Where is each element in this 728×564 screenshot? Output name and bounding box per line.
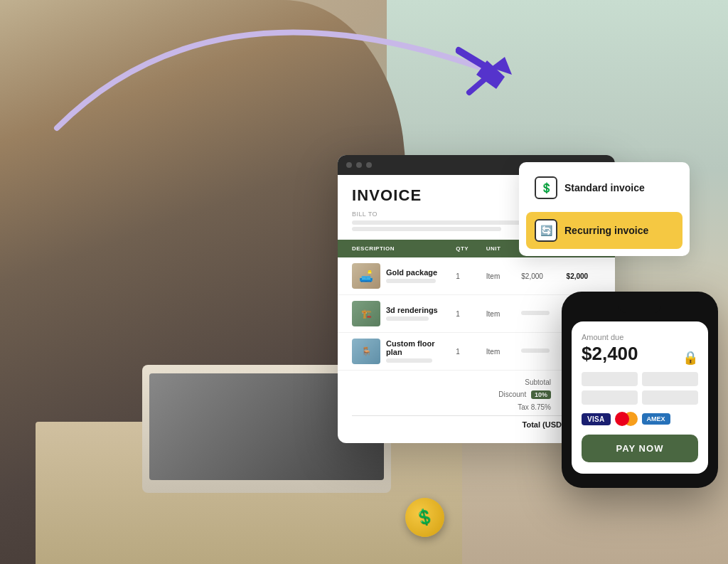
mc-circle-red <box>615 412 629 426</box>
row-desc-gold: 🛋️ Gold package <box>352 263 450 289</box>
row-unit-floor: Item <box>486 348 515 356</box>
invoice-type-selector: 💲 Standard invoice 🔄 Recurring invoice <box>519 162 690 256</box>
discount-badge: 10% <box>531 390 551 399</box>
amount-value: $2,400 <box>582 343 638 365</box>
row-qty-3d: 1 <box>456 310 481 318</box>
row-qty-gold: 1 <box>456 272 481 280</box>
row-unitcost-3d <box>521 311 560 317</box>
card-input-fields <box>582 372 698 405</box>
standard-invoice-icon: 💲 <box>535 176 557 199</box>
row-unitcost-gold: $2,000 <box>521 272 560 280</box>
window-dot-2 <box>356 162 362 168</box>
row-unitcost-floor <box>521 348 560 355</box>
row-qty-floor: 1 <box>456 348 481 356</box>
row-desc-text-3d: 3d renderings <box>386 306 438 314</box>
amount-label: Amount due <box>582 333 698 341</box>
subtotal-label: Subtotal <box>494 378 551 386</box>
card-field-3[interactable] <box>582 390 638 405</box>
bill-to-line-2 <box>352 227 501 231</box>
row-desc-text-gold: Gold package <box>386 268 437 277</box>
card-field-1[interactable] <box>582 372 638 386</box>
row-desc-3d: 🏗️ 3d renderings <box>352 301 450 326</box>
phone-content: Amount due $2,400 🔒 VISA AMEX PAY NOW <box>572 321 708 474</box>
standard-invoice-option[interactable]: 💲 Standard invoice <box>526 169 682 206</box>
payment-methods: VISA AMEX <box>582 412 698 426</box>
th-qty: QTY <box>456 245 481 252</box>
window-dot-3 <box>366 162 372 168</box>
row-desc-floor: 🪑 Custom floor plan <box>352 339 450 364</box>
phone-notch <box>619 303 661 313</box>
pay-now-button[interactable]: PAY NOW <box>582 435 698 462</box>
recurring-invoice-label: Recurring invoice <box>564 225 648 236</box>
discount-label: Discount 10% <box>494 390 551 399</box>
recurring-invoice-icon: 🔄 <box>535 219 557 242</box>
th-unit: UNIT <box>486 245 515 252</box>
row-unit-gold: Item <box>486 272 515 280</box>
visa-badge: VISA <box>582 413 611 425</box>
card-field-4[interactable] <box>642 390 698 405</box>
mastercard-badge <box>615 412 638 426</box>
tax-label: Tax 8.75% <box>494 403 551 411</box>
table-row: 🛋️ Gold package 1 Item $2,000 $2,000 <box>338 257 615 295</box>
card-field-2[interactable] <box>642 372 698 386</box>
coin-symbol: 💲 <box>413 506 437 528</box>
row-price-gold: $2,000 <box>567 272 601 280</box>
recurring-invoice-option[interactable]: 🔄 Recurring invoice <box>526 212 682 249</box>
row-unit-3d: Item <box>486 310 515 318</box>
amex-badge: AMEX <box>642 413 670 425</box>
total-label: Total (USD) <box>523 420 564 429</box>
phone-mockup: Amount due $2,400 🔒 VISA AMEX PAY NOW <box>562 292 718 488</box>
thumb-3d-renderings: 🏗️ <box>352 301 380 326</box>
standard-invoice-label: Standard invoice <box>564 182 645 193</box>
th-description: DESCRIPTION <box>352 245 450 252</box>
row-desc-text-floor: Custom floor plan <box>386 339 450 356</box>
thumb-floor-plan: 🪑 <box>352 339 380 364</box>
thumb-gold-package: 🛋️ <box>352 263 380 289</box>
window-dot-1 <box>346 162 352 168</box>
lock-icon: 🔒 <box>682 350 698 366</box>
